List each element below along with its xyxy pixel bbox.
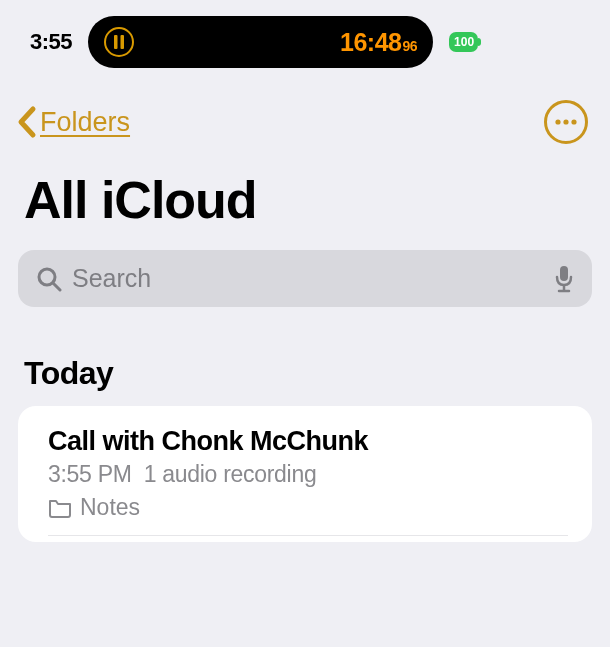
- note-meta: 3:55 PM 1 audio recording: [48, 461, 568, 488]
- note-title: Call with Chonk McChunk: [48, 426, 568, 457]
- more-button[interactable]: [544, 100, 588, 144]
- battery-pct: 100: [454, 35, 474, 49]
- search-input[interactable]: [72, 264, 544, 293]
- mic-icon[interactable]: [554, 265, 574, 293]
- svg-point-3: [563, 119, 568, 124]
- status-bar: 3:55 16:48 96 100: [0, 0, 610, 76]
- dynamic-island[interactable]: 16:48 96: [88, 16, 433, 68]
- svg-point-2: [555, 119, 560, 124]
- search-icon: [36, 266, 62, 292]
- chevron-left-icon: [16, 105, 38, 139]
- island-timer-main: 16:48: [340, 28, 401, 57]
- battery-indicator: 100: [449, 32, 478, 52]
- page-title: All iCloud: [0, 152, 610, 242]
- island-timer: 16:48 96: [340, 28, 417, 57]
- folder-icon: [48, 498, 72, 518]
- back-button[interactable]: Folders: [16, 105, 130, 139]
- ellipsis-icon: [555, 119, 577, 125]
- svg-rect-7: [560, 266, 568, 281]
- svg-line-6: [53, 283, 60, 290]
- search-bar[interactable]: [18, 250, 592, 307]
- back-label: Folders: [40, 107, 130, 138]
- note-folder-label: Notes: [80, 494, 140, 521]
- note-detail: 1 audio recording: [144, 461, 317, 487]
- note-item[interactable]: Call with Chonk McChunk 3:55 PM 1 audio …: [18, 406, 592, 542]
- island-timer-frac: 96: [402, 38, 417, 54]
- pause-icon[interactable]: [104, 27, 134, 57]
- nav-bar: Folders: [0, 76, 610, 152]
- svg-rect-1: [121, 35, 125, 49]
- note-time: 3:55 PM: [48, 461, 132, 487]
- section-header: Today: [0, 307, 610, 406]
- status-time: 3:55: [30, 29, 72, 55]
- svg-rect-0: [114, 35, 118, 49]
- note-folder-row: Notes: [48, 494, 568, 536]
- svg-point-4: [571, 119, 576, 124]
